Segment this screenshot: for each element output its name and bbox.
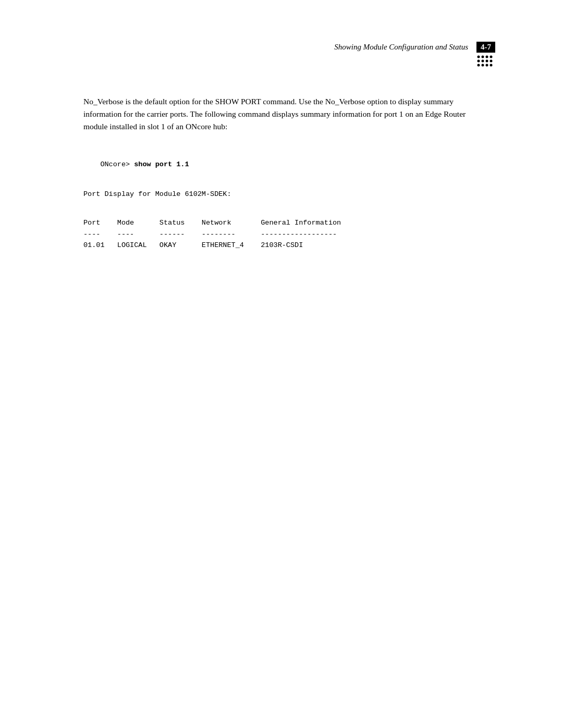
svg-point-1 bbox=[482, 56, 484, 58]
svg-point-3 bbox=[490, 56, 493, 58]
page-number-box: 4-7 bbox=[476, 42, 495, 70]
svg-point-6 bbox=[486, 60, 488, 63]
svg-point-9 bbox=[482, 64, 484, 67]
table-header: Port Mode Status Network General Informa… bbox=[83, 206, 500, 262]
page: Showing Module Configuration and Status … bbox=[0, 0, 563, 728]
svg-point-0 bbox=[478, 56, 480, 58]
command-line: ONcore> show port 1.1 bbox=[83, 147, 500, 181]
svg-point-7 bbox=[490, 60, 493, 63]
svg-point-11 bbox=[490, 64, 493, 67]
command-prompt: ONcore> bbox=[100, 161, 134, 168]
chapter-title: Showing Module Configuration and Status bbox=[334, 42, 468, 53]
svg-point-5 bbox=[482, 60, 484, 63]
svg-point-2 bbox=[486, 56, 488, 58]
body-paragraph: No_Verbose is the default option for the… bbox=[83, 95, 469, 133]
dots-icon bbox=[476, 55, 495, 69]
page-number: 4-7 bbox=[476, 42, 495, 53]
page-dots-decoration bbox=[476, 55, 495, 70]
svg-point-4 bbox=[478, 60, 480, 63]
svg-point-10 bbox=[486, 64, 488, 67]
page-header: Showing Module Configuration and Status … bbox=[83, 42, 500, 70]
command-text: show port 1.1 bbox=[134, 161, 189, 168]
svg-point-8 bbox=[478, 64, 480, 67]
port-display-line: Port Display for Module 6102M-SDEK: bbox=[83, 189, 500, 200]
